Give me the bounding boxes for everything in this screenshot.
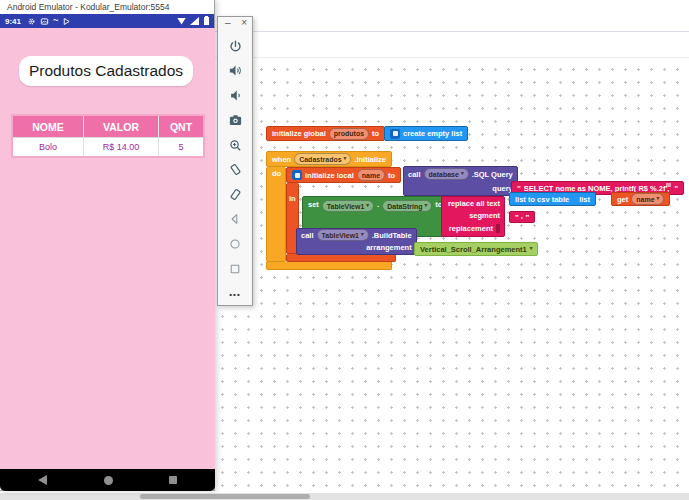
status-time: 9:41 <box>5 17 21 26</box>
variable-name-field[interactable]: name <box>357 169 385 181</box>
block-label: set <box>308 200 319 209</box>
table-cell: 5 <box>159 138 203 156</box>
do-label: do <box>272 169 281 178</box>
close-quote: " <box>674 184 678 193</box>
camera-icon[interactable] <box>223 111 247 129</box>
mutator-icon[interactable] <box>390 129 400 139</box>
android-status-bar: 9:41 ~ <box>0 14 214 28</box>
header-divider <box>215 31 689 32</box>
rotate-left-icon[interactable] <box>223 160 247 178</box>
home-nav-icon[interactable] <box>223 235 247 253</box>
block-label: to <box>372 129 379 138</box>
block-component-arrangement[interactable]: Vertical_Scroll_Arrangement1 ▾ <box>414 242 538 256</box>
variable-dropdown[interactable]: name▾ <box>631 193 664 205</box>
block-when-initialize[interactable]: when Cadastrados▾ .Initialize <box>266 151 392 167</box>
block-call-sql-query[interactable]: call database▾ .SQL Query query <box>403 166 518 196</box>
power-icon[interactable] <box>223 37 247 55</box>
column-header: QNT <box>159 116 203 137</box>
block-label: . <box>377 200 379 209</box>
chevron-down-icon: ▾ <box>344 156 347 162</box>
component-name: Vertical_Scroll_Arrangement1 <box>420 245 527 254</box>
block-initialize-local[interactable]: initialize local name to <box>286 167 401 183</box>
block-label: initialize local <box>305 171 354 180</box>
column-header: NOME <box>13 116 84 137</box>
empty-socket[interactable] <box>496 224 500 233</box>
wave-icon: ~ <box>53 16 58 25</box>
table-cell: Bolo <box>13 138 84 156</box>
block-label: create empty list <box>403 129 462 138</box>
close-quote: " <box>525 213 529 222</box>
rotate-right-icon[interactable] <box>223 185 247 203</box>
block-label: .Initialize <box>354 155 386 164</box>
block-label: list to csv table <box>515 195 569 204</box>
block-label: replace all text <box>448 199 500 208</box>
volume-down-icon[interactable] <box>223 86 247 104</box>
param-label: replacement <box>449 224 493 233</box>
block-call-buildtable[interactable]: call TableView1▾ .BuildTable arrangement <box>296 228 417 255</box>
property-dropdown[interactable]: DataString▾ <box>382 200 432 212</box>
block-label: .BuildTable <box>372 231 412 240</box>
horizontal-scrollbar[interactable] <box>0 493 689 500</box>
segment-glyph: ▪ <box>521 213 524 222</box>
back-icon[interactable] <box>38 475 47 485</box>
when-block-spine[interactable]: do <box>266 167 286 262</box>
emulator-toolbar: – × ••• <box>217 16 253 306</box>
block-list-to-csv-table[interactable]: list to csv table list <box>509 192 596 206</box>
chevron-down-icon: ▾ <box>530 246 533 252</box>
local-block-bottom[interactable] <box>286 254 396 262</box>
chevron-down-icon: ▾ <box>425 203 428 209</box>
scrollbar-thumb[interactable] <box>140 494 310 499</box>
param-label: segment <box>469 211 500 220</box>
when-block-bottom[interactable] <box>266 262 392 270</box>
variable-name-field[interactable]: produtos <box>329 128 369 140</box>
more-options-icon[interactable]: ••• <box>223 285 247 303</box>
chevron-down-icon: ▾ <box>361 232 364 238</box>
column-header: VALOR <box>84 116 159 137</box>
open-quote: " <box>515 213 519 222</box>
mutator-icon[interactable] <box>292 170 302 180</box>
emulator-screen[interactable]: Produtos Cadastrados NOME VALOR QNT Bolo… <box>0 28 215 469</box>
android-nav-bar <box>0 469 215 491</box>
component-dropdown[interactable]: TableView1▾ <box>317 229 369 241</box>
block-label: .SQL Query <box>472 170 513 179</box>
table-row: Bolo R$ 14.00 5 <box>13 137 203 156</box>
in-label: in <box>289 194 296 203</box>
block-label: when <box>272 155 291 164</box>
component-dropdown[interactable]: TableView1▾ <box>322 200 374 212</box>
component-dropdown[interactable]: database▾ <box>424 168 469 180</box>
close-button[interactable]: × <box>241 18 247 28</box>
text-block-corner <box>666 183 671 187</box>
table-cell: R$ 14.00 <box>84 138 159 156</box>
chevron-down-icon: ▾ <box>657 196 660 202</box>
overview-nav-icon[interactable] <box>223 260 247 278</box>
signal-icon <box>190 17 199 25</box>
block-label: to <box>388 171 395 180</box>
block-get-variable[interactable]: get name▾ <box>611 192 670 206</box>
block-initialize-global[interactable]: initialize global produtos to <box>266 126 385 141</box>
volume-up-icon[interactable] <box>223 61 247 79</box>
products-table: NOME VALOR QNT Bolo R$ 14.00 5 <box>11 114 205 158</box>
block-label: call <box>408 170 421 179</box>
minimize-button[interactable]: – <box>225 18 231 28</box>
block-text-segment[interactable]: " ▪ " <box>509 211 535 223</box>
back-nav-icon[interactable] <box>223 210 247 228</box>
app-title: Produtos Cadastrados <box>29 62 183 80</box>
battery-icon <box>204 17 209 25</box>
block-create-empty-list[interactable]: create empty list <box>384 126 468 141</box>
emulator-window[interactable]: Android Emulator - Kodular_Emulator:5554… <box>0 0 215 491</box>
block-label: initialize global <box>272 129 326 138</box>
component-dropdown[interactable]: Cadastrados▾ <box>294 153 351 165</box>
block-replace-all-text[interactable]: replace all text segment replacement <box>441 196 505 237</box>
block-label: get <box>617 195 628 204</box>
param-label: list <box>579 195 590 204</box>
param-label: arrangement <box>366 243 411 252</box>
home-icon[interactable] <box>104 476 113 485</box>
block-label: call <box>301 231 314 240</box>
blocks-canvas[interactable] <box>211 57 689 494</box>
overview-icon[interactable] <box>169 476 177 484</box>
zoom-in-icon[interactable] <box>223 136 247 154</box>
wifi-icon <box>177 18 186 25</box>
chevron-down-icon: ▾ <box>366 203 369 209</box>
chevron-down-icon: ▾ <box>461 171 464 177</box>
app-title-card: Produtos Cadastrados <box>19 56 193 86</box>
